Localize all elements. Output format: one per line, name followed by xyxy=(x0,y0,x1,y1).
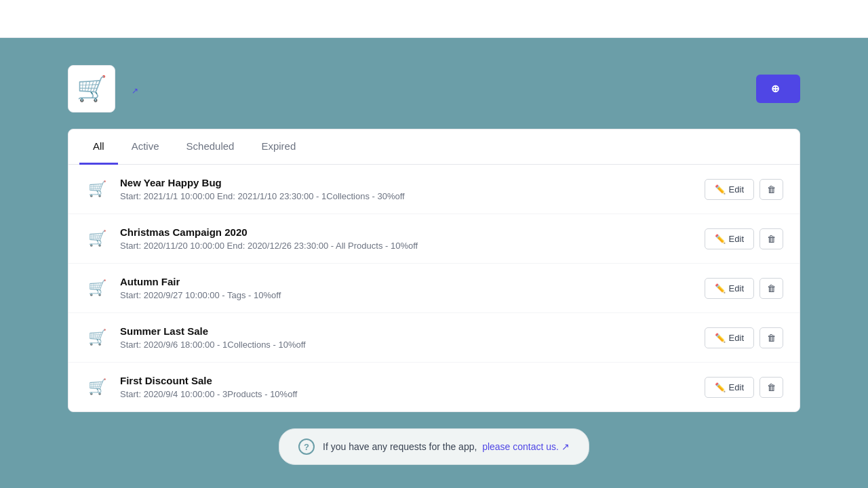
edit-label: Edit xyxy=(729,184,744,195)
page-header-left: 🛒 ↗ xyxy=(68,65,138,113)
edit-icon: ✏️ xyxy=(715,184,726,195)
trash-icon: 🗑 xyxy=(767,382,776,392)
tabs-bar: All Active Scheduled Expired xyxy=(68,129,800,165)
page-header: 🛒 ↗ ⊕ xyxy=(68,65,800,113)
row-actions: ✏️ Edit 🗑 xyxy=(705,278,783,299)
page-title-group: ↗ xyxy=(129,82,138,96)
discount-row: 🛒 Christmas Campaign 2020 Start: 2020/11… xyxy=(68,214,800,264)
discount-meta: Start: 2020/11/20 10:00:00 End: 2020/12/… xyxy=(120,241,694,251)
discount-name: Summer Last Sale xyxy=(120,325,694,337)
discount-cart-icon: 🛒 xyxy=(85,279,109,297)
create-new-button[interactable]: ⊕ xyxy=(756,75,800,103)
edit-button[interactable]: ✏️ Edit xyxy=(705,179,754,200)
discount-name: First Discount Sale xyxy=(120,375,694,386)
edit-icon: ✏️ xyxy=(715,333,726,343)
edit-label: Edit xyxy=(729,333,744,343)
edit-icon: ✏️ xyxy=(715,382,726,392)
discount-name: New Year Happy Bug xyxy=(120,177,694,188)
edit-button[interactable]: ✏️ Edit xyxy=(705,327,754,348)
discount-info: Christmas Campaign 2020 Start: 2020/11/2… xyxy=(120,226,694,251)
row-actions: ✏️ Edit 🗑 xyxy=(705,327,783,348)
discount-list: 🛒 New Year Happy Bug Start: 2021/1/1 10:… xyxy=(68,165,800,411)
tab-expired[interactable]: Expired xyxy=(248,129,309,165)
footer-card: ? If you have any requests for the app, … xyxy=(279,428,589,465)
contact-link[interactable]: please contact us. ↗ xyxy=(482,441,570,452)
edit-label: Edit xyxy=(729,382,744,392)
footer-text: If you have any requests for the app, pl… xyxy=(323,441,570,452)
edit-button[interactable]: ✏️ Edit xyxy=(705,228,754,249)
delete-button[interactable]: 🗑 xyxy=(760,278,783,299)
header-cart-icon: 🛒 xyxy=(77,75,107,103)
discount-cart-icon: 🛒 xyxy=(85,180,109,198)
trash-icon: 🗑 xyxy=(767,234,776,244)
trash-icon: 🗑 xyxy=(767,184,776,195)
trash-icon: 🗑 xyxy=(767,283,776,293)
store-link[interactable]: ↗ xyxy=(129,86,138,96)
discount-cart-icon: 🛒 xyxy=(85,329,109,346)
container: 🛒 ↗ ⊕ All Active Sched xyxy=(68,65,800,465)
tab-active[interactable]: Active xyxy=(118,129,173,165)
edit-button[interactable]: ✏️ Edit xyxy=(705,278,754,299)
edit-button[interactable]: ✏️ Edit xyxy=(705,377,754,398)
row-actions: ✏️ Edit 🗑 xyxy=(705,377,783,398)
external-link-icon: ↗ xyxy=(132,86,138,96)
discount-info: New Year Happy Bug Start: 2021/1/1 10:00… xyxy=(120,177,694,201)
tab-all[interactable]: All xyxy=(79,129,118,165)
edit-label: Edit xyxy=(729,283,744,293)
trash-icon: 🗑 xyxy=(767,333,776,343)
tab-scheduled[interactable]: Scheduled xyxy=(173,129,248,165)
delete-button[interactable]: 🗑 xyxy=(760,179,783,200)
delete-button[interactable]: 🗑 xyxy=(760,327,783,348)
discount-cart-icon: 🛒 xyxy=(85,230,109,247)
header-icon-box: 🛒 xyxy=(68,65,115,113)
plus-icon: ⊕ xyxy=(771,83,780,95)
row-actions: ✏️ Edit 🗑 xyxy=(705,179,783,200)
discount-cart-icon: 🛒 xyxy=(85,378,109,396)
help-icon: ? xyxy=(298,439,315,455)
top-bar xyxy=(0,0,868,38)
discount-info: First Discount Sale Start: 2020/9/4 10:0… xyxy=(120,375,694,399)
discount-panel: All Active Scheduled Expired 🛒 New Year … xyxy=(68,129,800,412)
discount-info: Autumn Fair Start: 2020/9/27 10:00:00 - … xyxy=(120,276,694,300)
main-content: 🛒 ↗ ⊕ All Active Sched xyxy=(0,38,868,488)
discount-name: Autumn Fair xyxy=(120,276,694,287)
row-actions: ✏️ Edit 🗑 xyxy=(705,228,783,249)
discount-meta: Start: 2020/9/6 18:00:00 - 1Collections … xyxy=(120,340,694,350)
discount-row: 🛒 New Year Happy Bug Start: 2021/1/1 10:… xyxy=(68,165,800,214)
edit-icon: ✏️ xyxy=(715,283,726,293)
discount-name: Christmas Campaign 2020 xyxy=(120,226,694,238)
edit-icon: ✏️ xyxy=(715,234,726,244)
discount-row: 🛒 Summer Last Sale Start: 2020/9/6 18:00… xyxy=(68,313,800,363)
discount-row: 🛒 Autumn Fair Start: 2020/9/27 10:00:00 … xyxy=(68,264,800,313)
discount-meta: Start: 2021/1/1 10:00:00 End: 2021/1/10 … xyxy=(120,191,694,201)
delete-button[interactable]: 🗑 xyxy=(760,377,783,398)
footer-info: ? If you have any requests for the app, … xyxy=(68,428,800,465)
edit-label: Edit xyxy=(729,234,744,244)
delete-button[interactable]: 🗑 xyxy=(760,228,783,249)
discount-meta: Start: 2020/9/27 10:00:00 - Tags - 10%of… xyxy=(120,290,694,300)
discount-meta: Start: 2020/9/4 10:00:00 - 3Products - 1… xyxy=(120,389,694,399)
discount-row: 🛒 First Discount Sale Start: 2020/9/4 10… xyxy=(68,363,800,411)
discount-info: Summer Last Sale Start: 2020/9/6 18:00:0… xyxy=(120,325,694,350)
